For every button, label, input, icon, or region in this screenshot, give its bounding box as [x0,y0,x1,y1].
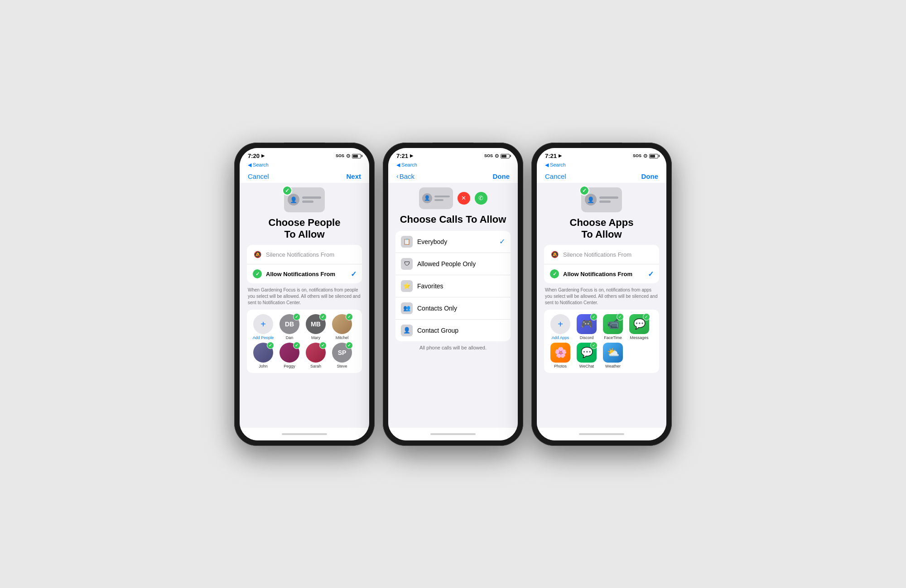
back-button-2[interactable]: ‹ Back [396,172,414,180]
avatar-mary: MB✓ [306,314,326,334]
wifi-icon-2: ⊙ [495,153,499,159]
search-bar-3: ◀ Search [537,161,666,171]
search-back-2[interactable]: ◀ Search [396,162,417,168]
location-icon-1: ▶ [261,153,265,158]
description-3: When Gardening Focus is on, notification… [544,287,659,306]
list-item-favorites[interactable]: ⭐ Favorites [395,275,511,297]
search-back-3[interactable]: ◀ Search [545,162,566,168]
name-mary: Mary [311,335,320,340]
list-item-group[interactable]: 👤 Contact Group [395,320,511,341]
app-weather[interactable]: ⛅ Weather [601,343,625,368]
person-mitchel[interactable]: ✓ Mitchel [330,314,354,340]
phone-2: 7:21 ▶ SOS ⊙ ◀ Search ‹ Back Done [383,143,523,446]
apps-grid-3: + Add Apps 🎮 ✓ Discord 📹 ✓ [544,310,659,373]
hero-check-3: ✓ [579,186,589,196]
home-bar-2 [430,433,476,435]
home-bar-3 [579,433,624,435]
cancel-button-1[interactable]: Cancel [248,172,269,180]
list-item-contacts[interactable]: 👥 Contacts Only [395,297,511,320]
contacts-label: Contacts Only [417,305,505,312]
cancel-button-3[interactable]: Cancel [545,172,566,180]
allow-check-circle-3: ✓ [550,269,559,278]
sos-1: SOS [336,153,344,158]
decline-btn: ✕ [458,192,470,205]
row-checkmark-3: ✓ [648,270,654,278]
person-dan[interactable]: DB✓ Dan [278,314,301,340]
hero-icon-3: ✓ 👤 [581,187,622,212]
allow-row-3[interactable]: ✓ Allow Notifications From ✓ [544,264,659,283]
app-photos[interactable]: 🌸 Photos [549,343,572,368]
person-mary[interactable]: MB✓ Mary [304,314,328,340]
back-label-2: Back [400,172,414,180]
badge-mary: ✓ [319,313,327,320]
badge-john: ✓ [267,342,274,349]
done-button-3[interactable]: Done [641,172,659,180]
discord-badge: ✓ [590,313,598,320]
next-button-1[interactable]: Next [346,172,361,180]
hero-lines-1 [302,196,321,203]
avatar-peggy: ✓ [280,343,299,363]
list-item-everybody[interactable]: 📋 Everybody ✓ [395,231,511,253]
status-bar-2: 7:21 ▶ SOS ⊙ [388,148,518,161]
page-title-2: Choose Calls To Allow [400,214,506,225]
person-steve[interactable]: SP✓ Steve [330,343,354,368]
hero-lines-3 [599,196,618,203]
allow-row-1[interactable]: ✓ Allow Notifications From ✓ [247,264,362,283]
home-bar-1 [282,433,327,435]
discord-name: Discord [580,335,594,340]
done-button-2[interactable]: Done [493,172,510,180]
calls-hero-avatar: 👤 [422,193,432,203]
nav-bar-2: ‹ Back Done [388,171,518,183]
name-john: John [259,364,268,368]
person-peggy[interactable]: ✓ Peggy [278,343,301,368]
favorites-label: Favorites [417,282,505,290]
wechat-name: WeChat [579,364,594,368]
messages-name: Messages [630,335,648,340]
person-sarah[interactable]: ✓ Sarah [304,343,328,368]
silence-row-3[interactable]: 🔕 Silence Notifications From [544,245,659,264]
silence-row-1[interactable]: 🔕 Silence Notifications From [247,245,362,264]
add-people-item[interactable]: + Add People [251,314,275,340]
hero-line-short-1 [302,201,313,203]
silence-label-3: Silence Notifications From [563,251,654,258]
status-bar-1: 7:20 ▶ SOS ⊙ [240,148,369,161]
accept-btn: ✆ [475,192,487,205]
settings-card-3: 🔕 Silence Notifications From ✓ Allow Not… [544,245,659,283]
wifi-icon-1: ⊙ [346,153,350,159]
group-label: Contact Group [417,327,505,334]
calls-hero-lines [434,196,450,201]
call-options-card: 📋 Everybody ✓ 🛡 Allowed People Only ⭐ Fa… [395,231,511,341]
wechat-badge: ✓ [590,342,598,349]
app-discord[interactable]: 🎮 ✓ Discord [575,314,598,340]
facetime-name: FaceTime [604,335,622,340]
weather-name: Weather [605,364,621,368]
group-icon: 👤 [401,325,413,336]
facetime-icon: 📹 ✓ [603,314,623,334]
app-wechat[interactable]: 💬 ✓ WeChat [575,343,598,368]
nav-bar-1: Cancel Next [240,171,369,183]
allowed-icon: 🛡 [401,258,413,270]
battery-icon-3 [649,153,658,158]
time-2: 7:21 [396,153,408,159]
description-1: When Gardening Focus is on, notification… [247,287,362,306]
list-item-allowed[interactable]: 🛡 Allowed People Only [395,253,511,275]
screen-content-1: ✓ 👤 Choose People To Allow 🔕 Silenc [240,183,369,428]
battery-icon-1 [352,153,361,158]
add-apps-item[interactable]: + Add Apps [549,314,572,340]
add-apps-btn[interactable]: + [550,314,570,334]
status-bar-3: 7:21 ▶ SOS ⊙ [537,148,666,161]
photos-icon: 🌸 [550,343,570,363]
green-icon-3: ✓ [549,269,559,279]
avatar-mitchel: ✓ [332,314,352,334]
search-back-1[interactable]: ◀ Search [248,162,269,168]
add-people-btn[interactable]: + [253,314,273,334]
app-messages[interactable]: 💬 ✓ Messages [627,314,651,340]
hero-avatar-1: 👤 [288,194,299,206]
green-icon-1: ✓ [252,269,262,279]
settings-card-1: 🔕 Silence Notifications From ✓ Allow Not… [247,245,362,283]
search-bar-2: ◀ Search [388,161,518,171]
location-icon-3: ▶ [559,153,562,158]
person-john[interactable]: ✓ John [251,343,275,368]
app-facetime[interactable]: 📹 ✓ FaceTime [601,314,625,340]
home-indicator-1 [240,428,369,440]
